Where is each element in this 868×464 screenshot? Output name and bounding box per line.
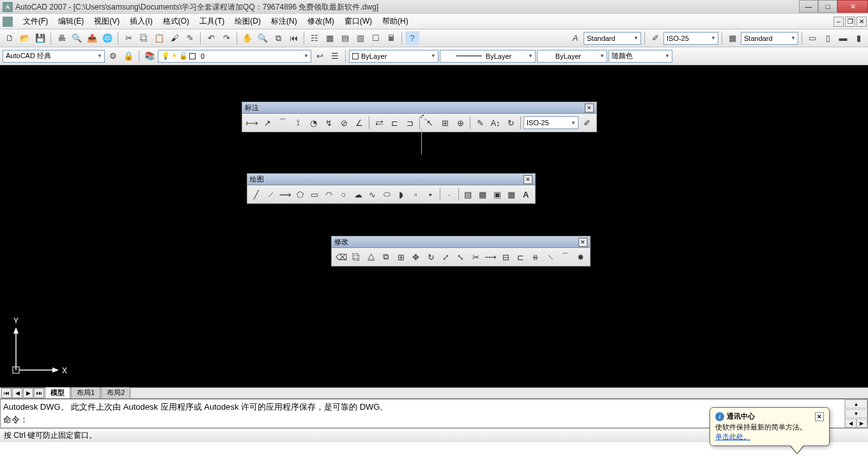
mdi-minimize-button[interactable]: – <box>833 17 844 27</box>
draw-toolbar[interactable]: 绘图 ✕ ╱ ⟋ ⟿ ⬠ ▭ ◠ ○ ☁ ∿ ⬭ ◗ ▫ ▪ · ▨ ▩ ▣ ▦… <box>247 173 536 204</box>
zoom-window-button[interactable]: ⧉ <box>271 31 285 45</box>
trim-button[interactable]: ✂ <box>469 250 483 264</box>
line-button[interactable]: ╱ <box>250 187 263 201</box>
menu-tools[interactable]: 工具(T) <box>194 15 229 28</box>
table-button[interactable]: ▦ <box>505 187 518 201</box>
dim-aligned-button[interactable]: ↗ <box>260 116 274 130</box>
xline-button[interactable]: ⟋ <box>265 187 278 201</box>
insert-block-button[interactable]: ▫ <box>409 187 422 201</box>
lineweight-dropdown[interactable]: ByLayer <box>440 50 536 63</box>
zoom-previous-button[interactable]: ⏮ <box>286 31 300 45</box>
modify-toolbar-close-button[interactable]: ✕ <box>578 238 587 247</box>
text-style-dropdown[interactable]: Standard <box>584 32 641 45</box>
cut-button[interactable]: ✂ <box>121 31 136 45</box>
draw-toolbar-close-button[interactable]: ✕ <box>523 175 532 184</box>
copy-button[interactable]: ⿻ <box>137 31 151 45</box>
scroll-up-button[interactable]: ▲ <box>845 399 867 408</box>
draw-toolbar-title[interactable]: 绘图 ✕ <box>247 174 535 185</box>
mdi-close-button[interactable]: ✕ <box>856 17 867 27</box>
scroll-down-button[interactable]: ▼ <box>845 409 867 418</box>
tab-last-button[interactable]: ⏭ <box>34 388 44 398</box>
my-workspace-button[interactable]: 🔒 <box>121 49 136 63</box>
ellipse-arc-button[interactable]: ◗ <box>395 187 408 201</box>
make-block-button[interactable]: ▪ <box>424 187 437 201</box>
balloon-link[interactable]: 单击此处。 <box>715 433 750 440</box>
region-button[interactable]: ▣ <box>490 187 504 201</box>
redo-button[interactable]: ↷ <box>219 31 233 45</box>
dim-jogged-button[interactable]: ↯ <box>322 116 336 130</box>
plotstyle-dropdown[interactable]: ByLayer <box>537 50 607 63</box>
dim-ordinate-button[interactable]: ⟟ <box>291 116 305 130</box>
dim-edit-button[interactable]: ✎ <box>473 116 487 130</box>
fillet-button[interactable]: ⌒ <box>559 250 572 264</box>
window-tile-button[interactable]: ▭ <box>805 31 819 45</box>
window-cascade-button[interactable]: ▯ <box>821 31 835 45</box>
design-center-button[interactable]: ▦ <box>323 31 337 45</box>
tab-model[interactable]: 模型 <box>45 387 70 398</box>
sheet-set-button[interactable]: ▥ <box>353 31 368 45</box>
break-button[interactable]: ⊏ <box>514 250 527 264</box>
dim-center-button[interactable]: ⊕ <box>453 116 467 130</box>
layer-properties-button[interactable]: 📚 <box>143 49 157 63</box>
menu-file[interactable]: 文件(F) <box>18 15 53 28</box>
dim-quick-button[interactable]: ⮂ <box>372 116 386 130</box>
circle-button[interactable]: ○ <box>337 187 350 201</box>
linetype-dropdown[interactable]: ByLayer <box>349 50 438 63</box>
tab-layout1[interactable]: 布局1 <box>71 387 100 398</box>
break-point-button[interactable]: ⊟ <box>499 250 512 264</box>
balloon-close-button[interactable]: ✕ <box>815 412 824 421</box>
paste-button[interactable]: 📋 <box>152 31 166 45</box>
close-button[interactable]: ✕ <box>837 0 868 13</box>
3ddwf-button[interactable]: 🌐 <box>100 31 114 45</box>
ellipse-button[interactable]: ⬭ <box>380 187 394 201</box>
dim-radius-button[interactable]: ◔ <box>306 116 320 130</box>
plot-preview-button[interactable]: 🔍 <box>70 31 84 45</box>
copy-object-button[interactable]: ⿻ <box>349 250 362 264</box>
workspace-settings-button[interactable]: ⚙ <box>106 49 120 63</box>
dim-baseline-button[interactable]: ⊏ <box>387 116 401 130</box>
chamfer-button[interactable]: ⟍ <box>544 250 557 264</box>
publish-button[interactable]: 📤 <box>85 31 99 45</box>
undo-button[interactable]: ↶ <box>204 31 218 45</box>
dim-continue-button[interactable]: ⊐ <box>403 116 417 130</box>
scroll-left-button[interactable]: ◀ <box>845 419 856 428</box>
mtext-button[interactable]: A <box>520 187 533 201</box>
tab-first-button[interactable]: ⏮ <box>1 388 12 398</box>
dimension-toolbar-title[interactable]: 标注 ✕ <box>242 102 596 114</box>
maximize-button[interactable]: □ <box>818 0 837 13</box>
workspace-dropdown[interactable]: AutoCAD 经典 <box>3 50 105 63</box>
dim-tedit-button[interactable]: A↕ <box>488 116 502 130</box>
dim-style-dropdown[interactable]: ISO-25 <box>663 32 718 45</box>
tab-prev-button[interactable]: ◀ <box>12 388 22 398</box>
point-button[interactable]: · <box>442 187 456 201</box>
move-button[interactable]: ✥ <box>409 250 422 264</box>
new-button[interactable]: 🗋 <box>3 31 17 45</box>
dim-diameter-button[interactable]: ⊘ <box>337 116 351 130</box>
modify-toolbar-title[interactable]: 修改 ✕ <box>332 236 590 248</box>
zoom-realtime-button[interactable]: 🔍 <box>256 31 270 45</box>
layer-dropdown[interactable]: 💡 ☀ 🔓 0 <box>158 50 311 63</box>
join-button[interactable]: ⧺ <box>529 250 542 264</box>
layer-states-button[interactable]: ☰ <box>328 49 342 63</box>
dim-arc-button[interactable]: ⌒ <box>275 116 290 130</box>
polygon-button[interactable]: ⬠ <box>293 187 307 201</box>
spline-button[interactable]: ∿ <box>366 187 379 201</box>
menu-help[interactable]: 帮助(H) <box>377 15 414 28</box>
menu-draw[interactable]: 绘图(D) <box>229 15 266 28</box>
dim-style-icon[interactable]: ✐ <box>648 31 662 45</box>
text-style-icon[interactable]: A <box>568 31 582 45</box>
scroll-right-button[interactable]: ▶ <box>856 419 868 428</box>
color-dropdown[interactable]: 随颜色 <box>608 50 672 63</box>
dimension-toolbar-close-button[interactable]: ✕ <box>585 104 594 112</box>
menu-view[interactable]: 视图(V) <box>89 15 125 28</box>
markup-button[interactable]: ☐ <box>369 31 383 45</box>
block-editor-button[interactable]: ✎ <box>183 31 197 45</box>
help-button[interactable]: ? <box>405 31 419 45</box>
scale-button[interactable]: ⤢ <box>439 250 453 264</box>
rotate-button[interactable]: ↻ <box>424 250 437 264</box>
dim-style-float-dropdown[interactable]: ISO-25 <box>523 116 578 129</box>
table-style-dropdown[interactable]: Standard <box>741 32 798 45</box>
window-vert-button[interactable]: ▮ <box>851 31 865 45</box>
erase-button[interactable]: ⌫ <box>334 250 348 264</box>
menu-format[interactable]: 格式(O) <box>158 15 194 28</box>
